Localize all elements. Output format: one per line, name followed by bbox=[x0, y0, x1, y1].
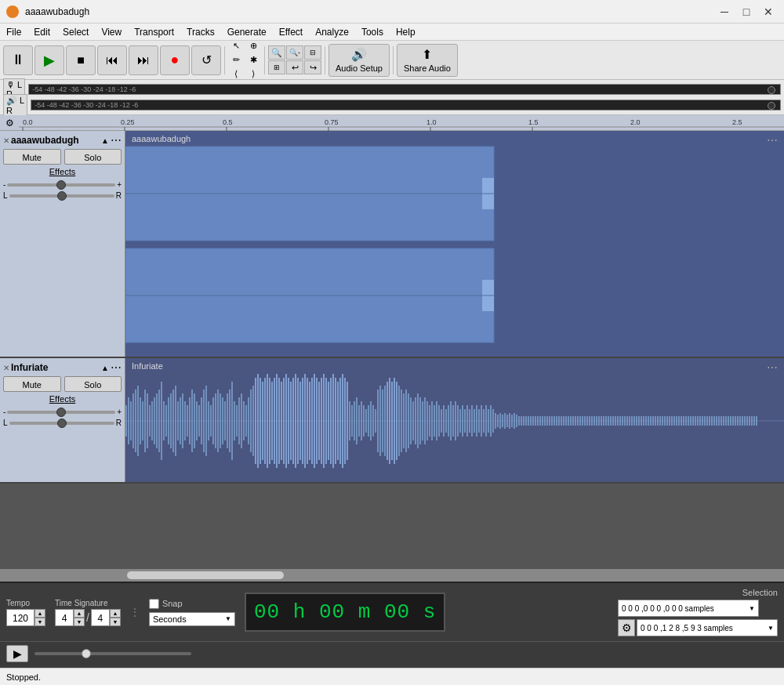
track2-mute-solo-row: Mute Solo bbox=[3, 376, 122, 392]
play-button[interactable]: ▶ bbox=[34, 45, 64, 75]
horizontal-scrollbar[interactable] bbox=[0, 569, 784, 582]
zoom-tool[interactable]: ⟨ bbox=[228, 68, 244, 81]
minimize-button[interactable]: ─ bbox=[715, 2, 734, 21]
multi-tool[interactable]: ✱ bbox=[245, 54, 261, 67]
timesig-den[interactable]: 4 bbox=[91, 609, 110, 626]
menu-analyze[interactable]: Analyze bbox=[309, 25, 355, 39]
svg-rect-205 bbox=[511, 415, 513, 427]
svg-rect-121 bbox=[314, 374, 315, 468]
empty-track-area bbox=[0, 484, 784, 569]
stop-button[interactable]: ■ bbox=[66, 45, 96, 75]
zoom-undo-button[interactable]: ↩ bbox=[286, 60, 303, 74]
menu-transport[interactable]: Transport bbox=[128, 25, 180, 39]
track1-waveform[interactable]: aaaawubadugh ⋯ 1.0 0.5 bbox=[125, 131, 784, 357]
snap-divider: ⋮ bbox=[130, 607, 140, 618]
svg-rect-85 bbox=[229, 390, 230, 452]
timesig-den-down[interactable]: ▼ bbox=[110, 618, 121, 626]
pause-button[interactable]: ⏸ bbox=[3, 45, 33, 75]
track1-pan-slider[interactable] bbox=[9, 194, 114, 198]
hscrollbar-thumb[interactable] bbox=[127, 571, 284, 579]
selection-gear-btn[interactable]: ⚙ bbox=[618, 619, 635, 636]
svg-rect-159 bbox=[403, 393, 405, 448]
time-shift-tool[interactable]: ⟩ bbox=[245, 68, 261, 81]
track2-waveform[interactable]: Infuriate ⋯ 1.0 0.5 0.0 -0.5 bbox=[125, 358, 784, 482]
draw-tool[interactable]: ✏ bbox=[228, 54, 244, 67]
skip-end-button[interactable]: ⏭ bbox=[129, 45, 158, 75]
close-button[interactable]: ✕ bbox=[759, 2, 778, 21]
track2-solo-btn[interactable]: Solo bbox=[64, 376, 122, 392]
svg-rect-223 bbox=[554, 416, 555, 426]
menu-file[interactable]: File bbox=[0, 25, 27, 39]
track2-vol-slider[interactable] bbox=[7, 411, 115, 414]
timesig-num-down[interactable]: ▼ bbox=[74, 618, 85, 626]
tempo-up-btn[interactable]: ▲ bbox=[34, 609, 45, 618]
svg-rect-257 bbox=[633, 416, 635, 426]
snap-checkbox-row: Snap bbox=[149, 599, 235, 609]
timeline-gear[interactable]: ⚙ bbox=[0, 118, 19, 129]
track2-vol-knob[interactable] bbox=[56, 408, 66, 417]
svg-rect-60 bbox=[170, 393, 172, 448]
share-audio-button[interactable]: ⬆ Share Audio bbox=[397, 44, 458, 77]
track1-collapse-btn[interactable]: ▲ bbox=[101, 136, 109, 145]
zoom-redo-button[interactable]: ↪ bbox=[304, 60, 321, 74]
menu-select[interactable]: Select bbox=[56, 25, 95, 39]
snap-dropdown[interactable]: Seconds ▼ bbox=[149, 612, 235, 626]
track1-waveform-menu[interactable]: ⋯ bbox=[767, 134, 778, 147]
track2-waveform-menu[interactable]: ⋯ bbox=[767, 361, 778, 374]
loop-button[interactable]: ↺ bbox=[191, 45, 221, 75]
svg-rect-51 bbox=[149, 405, 151, 437]
audio-setup-button[interactable]: 🔊 Audio Setup bbox=[328, 44, 390, 77]
menu-view[interactable]: View bbox=[95, 25, 128, 39]
selection-section: Selection 0 0 0 ,0 0 0 ,0 0 0 samples ▼ … bbox=[618, 588, 778, 636]
track1-mute-btn[interactable]: Mute bbox=[3, 149, 61, 165]
playback-play-btn[interactable]: ▶ bbox=[6, 645, 28, 662]
playback-volume-knob[interactable] bbox=[82, 649, 91, 658]
svg-rect-304 bbox=[744, 416, 746, 426]
track2-collapse-btn[interactable]: ▲ bbox=[101, 364, 109, 372]
track2-pan-slider[interactable] bbox=[9, 422, 114, 425]
timesig-den-up[interactable]: ▲ bbox=[110, 609, 121, 618]
svg-rect-287 bbox=[704, 416, 706, 426]
tempo-down-btn[interactable]: ▼ bbox=[34, 618, 45, 626]
track2-mute-btn[interactable]: Mute bbox=[3, 376, 61, 392]
zoom-sel-button[interactable]: ⊞ bbox=[268, 60, 285, 74]
track1-vol-slider[interactable] bbox=[7, 183, 115, 187]
record-button[interactable]: ● bbox=[160, 45, 190, 75]
menu-tools[interactable]: Tools bbox=[355, 25, 390, 39]
menu-help[interactable]: Help bbox=[390, 25, 422, 39]
svg-rect-244 bbox=[603, 416, 604, 426]
snap-checkbox[interactable] bbox=[149, 599, 159, 609]
track1-solo-btn[interactable]: Solo bbox=[64, 149, 122, 165]
selection-dropdown-1[interactable]: 0 0 0 ,0 0 0 ,0 0 0 samples ▼ bbox=[618, 600, 759, 617]
track1-vol-knob[interactable] bbox=[56, 180, 66, 190]
timesig-num-up[interactable]: ▲ bbox=[74, 609, 85, 618]
timesig-num[interactable]: 4 bbox=[55, 609, 74, 626]
svg-rect-46 bbox=[137, 386, 139, 456]
selection-dropdown-2[interactable]: 0 0 0 ,1 2 8 ,5 9 3 samples ▼ bbox=[637, 619, 778, 636]
menu-edit[interactable]: Edit bbox=[27, 25, 56, 39]
envelope-tool[interactable]: ⊕ bbox=[245, 40, 261, 53]
playback-level-knob[interactable] bbox=[768, 102, 775, 110]
track2-close-btn[interactable]: ✕ bbox=[3, 364, 9, 372]
record-level-knob[interactable] bbox=[768, 86, 775, 94]
playback-meter-icon[interactable]: 🔊 LR bbox=[3, 94, 27, 117]
track1-pan-knob[interactable] bbox=[57, 191, 67, 201]
window-controls: ─ □ ✕ bbox=[715, 2, 778, 21]
track1-menu-btn[interactable]: ⋯ bbox=[111, 134, 122, 147]
menu-tracks[interactable]: Tracks bbox=[180, 25, 221, 39]
zoom-fit-button[interactable]: ⊟ bbox=[304, 45, 321, 60]
track2-menu-btn[interactable]: ⋯ bbox=[111, 361, 122, 374]
track2-pan-knob[interactable] bbox=[57, 419, 67, 428]
zoom-in-button[interactable]: 🔍 bbox=[268, 45, 285, 60]
skip-start-button[interactable]: ⏮ bbox=[97, 45, 127, 75]
maximize-button[interactable]: □ bbox=[737, 2, 756, 21]
playback-volume-slider[interactable] bbox=[34, 652, 191, 655]
menu-generate[interactable]: Generate bbox=[221, 25, 273, 39]
selection-tool[interactable]: ↖ bbox=[228, 40, 244, 53]
menu-effect[interactable]: Effect bbox=[273, 25, 309, 39]
tempo-value[interactable]: 120 bbox=[6, 609, 34, 626]
track1-close-btn[interactable]: ✕ bbox=[3, 136, 9, 145]
track1-effects-link[interactable]: Effects bbox=[3, 167, 122, 176]
track2-effects-link[interactable]: Effects bbox=[3, 394, 122, 404]
zoom-out-button[interactable]: 🔍- bbox=[286, 45, 303, 60]
